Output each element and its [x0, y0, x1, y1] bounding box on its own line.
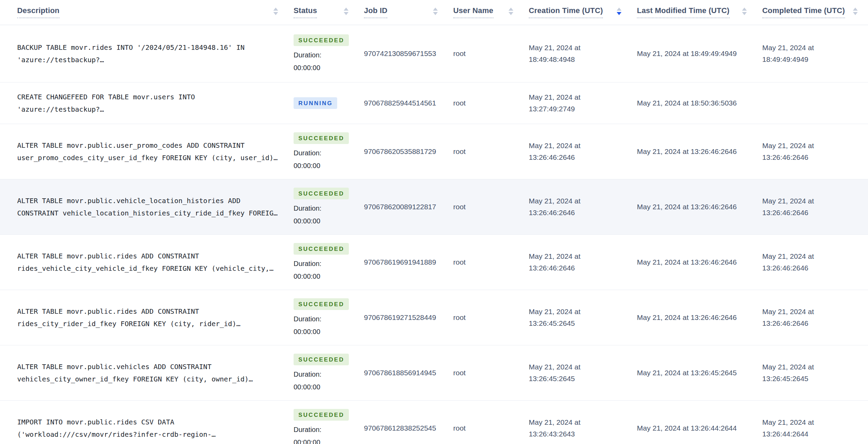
duration-value: 00:00:00	[294, 63, 320, 73]
sort-arrows-icon	[344, 8, 349, 15]
sort-arrows-icon	[742, 8, 747, 15]
duration-value: 00:00:00	[294, 326, 320, 337]
table-row: ALTER TABLE movr.public.vehicles ADD CON…	[0, 345, 868, 401]
column-header-label: Status	[294, 7, 317, 18]
sort-asc-icon	[344, 8, 349, 11]
sort-asc-icon	[433, 8, 438, 11]
creation-time-cell: May 21, 2024 at 13:26:46:2646	[529, 251, 616, 274]
job-description[interactable]: ALTER TABLE movr.public.rides ADD CONSTR…	[17, 250, 274, 275]
column-header-label: Last Modified Time (UTC)	[637, 7, 730, 18]
column-header-label: Job ID	[364, 7, 387, 18]
column-header-label: Description	[17, 7, 59, 18]
duration-value: 00:00:00	[294, 271, 320, 281]
user-name-cell: root	[453, 256, 466, 268]
job-description[interactable]: ALTER TABLE movr.public.rides ADD CONSTR…	[17, 305, 240, 330]
status-badge: SUCCEEDED	[294, 243, 349, 255]
job-description[interactable]: CREATE CHANGEFEED FOR TABLE movr.users I…	[17, 91, 195, 115]
sort-asc-icon	[853, 8, 858, 11]
table-row: ALTER TABLE movr.public.vehicle_location…	[0, 179, 868, 235]
job-description[interactable]: ALTER TABLE movr.public.vehicle_location…	[17, 195, 278, 219]
job-id-cell: 970678825944514561	[364, 97, 436, 109]
completed-time-cell: May 21, 2024 at 18:49:49:4949	[762, 42, 850, 65]
job-description[interactable]: BACKUP TABLE movr.rides INTO '/2024/05/2…	[17, 41, 244, 66]
sort-desc-active-icon	[617, 12, 621, 15]
sort-arrows-icon	[617, 8, 621, 15]
creation-time-cell: May 21, 2024 at 13:26:43:2643	[529, 417, 616, 440]
completed-time-cell: May 21, 2024 at 13:26:44:2644	[762, 417, 850, 440]
job-id-cell: 970678620535881729	[364, 146, 436, 157]
sort-desc-icon	[344, 12, 349, 15]
duration-label: Duration:	[294, 148, 321, 158]
last-modified-time-cell: May 21, 2024 at 13:26:45:2645	[637, 367, 737, 379]
duration-label: Duration:	[294, 369, 321, 379]
status-badge: SUCCEEDED	[294, 409, 349, 421]
last-modified-time-cell: May 21, 2024 at 18:50:36:5036	[637, 97, 737, 109]
duration-value: 00:00:00	[294, 160, 320, 171]
table-row: BACKUP TABLE movr.rides INTO '/2024/05/2…	[0, 25, 868, 82]
column-header-job-id[interactable]: Job ID	[364, 0, 453, 25]
last-modified-time-cell: May 21, 2024 at 13:26:44:2644	[637, 422, 737, 434]
user-name-cell: root	[453, 201, 466, 213]
status-cell: SUCCEEDED Duration: 00:00:00	[294, 124, 364, 179]
user-name-cell: root	[453, 422, 466, 434]
duration-label: Duration:	[294, 314, 321, 324]
jobs-table-header: Description Status Job ID User Name Crea…	[0, 0, 868, 25]
status-cell: SUCCEEDED Duration: 00:00:00	[294, 179, 364, 234]
duration-label: Duration:	[294, 203, 321, 213]
job-id-cell: 970742130859671553	[364, 48, 436, 59]
creation-time-cell: May 21, 2024 at 13:27:49:2749	[529, 91, 616, 115]
status-cell: SUCCEEDED Duration: 00:00:00	[294, 401, 364, 444]
table-row: CREATE CHANGEFEED FOR TABLE movr.users I…	[0, 82, 868, 124]
sort-asc-icon	[617, 8, 621, 11]
last-modified-time-cell: May 21, 2024 at 13:26:46:2646	[637, 146, 737, 157]
status-badge: SUCCEEDED	[294, 132, 349, 144]
completed-time-cell: May 21, 2024 at 13:26:46:2646	[762, 306, 850, 329]
jobs-table: Description Status Job ID User Name Crea…	[0, 0, 868, 444]
status-badge: RUNNING	[294, 97, 337, 109]
job-description[interactable]: ALTER TABLE movr.public.vehicles ADD CON…	[17, 360, 253, 385]
table-row: IMPORT INTO movr.public.rides CSV DATA (…	[0, 401, 868, 444]
status-badge: SUCCEEDED	[294, 298, 349, 310]
creation-time-cell: May 21, 2024 at 13:26:46:2646	[529, 140, 616, 163]
column-header-label: User Name	[453, 7, 493, 18]
creation-time-cell: May 21, 2024 at 13:26:45:2645	[529, 361, 616, 385]
user-name-cell: root	[453, 367, 466, 379]
job-description[interactable]: ALTER TABLE movr.public.user_promo_codes…	[17, 139, 278, 164]
sort-arrows-icon	[509, 8, 513, 15]
duration-value: 00:00:00	[294, 382, 320, 392]
column-header-last-modified-time[interactable]: Last Modified Time (UTC)	[637, 0, 762, 25]
sort-asc-icon	[742, 8, 747, 11]
completed-time-cell: May 21, 2024 at 13:26:45:2645	[762, 361, 850, 385]
user-name-cell: root	[453, 48, 466, 59]
user-name-cell: root	[453, 146, 466, 157]
user-name-cell: root	[453, 312, 466, 323]
status-cell: RUNNING	[294, 82, 364, 124]
status-cell: SUCCEEDED Duration: 00:00:00	[294, 290, 364, 345]
table-row: ALTER TABLE movr.public.rides ADD CONSTR…	[0, 235, 868, 290]
job-description[interactable]: IMPORT INTO movr.public.rides CSV DATA (…	[17, 416, 216, 441]
duration-value: 00:00:00	[294, 216, 320, 226]
job-id-cell: 970678620089122817	[364, 201, 436, 213]
last-modified-time-cell: May 21, 2024 at 13:26:46:2646	[637, 256, 737, 268]
duration-label: Duration:	[294, 50, 321, 60]
table-row: ALTER TABLE movr.public.user_promo_codes…	[0, 124, 868, 179]
status-cell: SUCCEEDED Duration: 00:00:00	[294, 25, 364, 82]
column-header-creation-time[interactable]: Creation Time (UTC)	[529, 0, 637, 25]
column-header-completed-time[interactable]: Completed Time (UTC)	[762, 0, 868, 25]
sort-desc-icon	[273, 12, 278, 15]
last-modified-time-cell: May 21, 2024 at 13:26:46:2646	[637, 312, 737, 323]
column-header-description[interactable]: Description	[0, 0, 294, 25]
duration-label: Duration:	[294, 258, 321, 269]
sort-arrows-icon	[433, 8, 438, 15]
completed-time-cell: May 21, 2024 at 13:26:46:2646	[762, 251, 850, 274]
column-header-label: Completed Time (UTC)	[762, 7, 845, 18]
column-header-user-name[interactable]: User Name	[453, 0, 529, 25]
column-header-status[interactable]: Status	[294, 0, 364, 25]
user-name-cell: root	[453, 97, 466, 109]
completed-time-cell: May 21, 2024 at 13:26:46:2646	[762, 140, 850, 163]
sort-arrows-icon	[273, 8, 278, 15]
job-id-cell: 970678619271528449	[364, 312, 436, 323]
sort-desc-icon	[742, 12, 747, 15]
duration-label: Duration:	[294, 424, 321, 435]
completed-time-cell: May 21, 2024 at 13:26:46:2646	[762, 195, 850, 219]
